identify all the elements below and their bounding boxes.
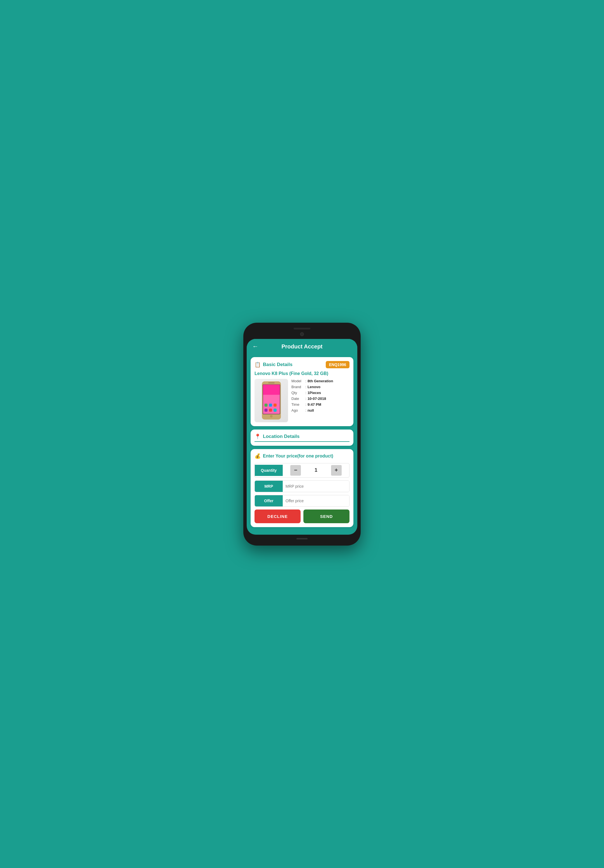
svg-point-11 xyxy=(270,415,272,417)
quantity-decrease-button[interactable]: − xyxy=(290,465,301,476)
svg-rect-6 xyxy=(273,403,277,407)
decline-button[interactable]: DECLINE xyxy=(255,510,301,523)
product-name: Lenovo K8 Plus (Fine Gold, 32 GB) xyxy=(255,371,349,376)
quantity-controls: − 1 + xyxy=(283,463,349,477)
phone-device: ← Product Accept 📋 Basic Details ENQ1996… xyxy=(243,323,361,546)
location-pin-icon: 📍 xyxy=(255,434,261,440)
send-button[interactable]: SEND xyxy=(303,510,349,523)
product-image xyxy=(255,379,288,422)
quantity-label: Quantity xyxy=(255,465,283,476)
detail-model: Model : 8th Generation xyxy=(291,379,349,383)
quantity-row: Quantity − 1 + xyxy=(255,463,349,477)
location-divider xyxy=(255,441,349,442)
detail-qty: Qty : 1Pieces xyxy=(291,391,349,395)
detail-brand: Brand : Lenovo xyxy=(291,385,349,389)
svg-rect-10 xyxy=(268,382,275,383)
quantity-display: 1 xyxy=(312,467,320,473)
mrp-input[interactable] xyxy=(283,481,349,492)
price-header: 💰 Enter Your price(for one product) xyxy=(255,453,349,459)
phone-bottom-bar xyxy=(297,538,307,539)
product-row: Model : 8th Generation Brand : Lenovo Qt… xyxy=(255,379,349,422)
coins-icon: 💰 xyxy=(255,453,261,459)
location-header: 📍 Location Details xyxy=(255,434,349,440)
phone-speaker xyxy=(294,328,310,329)
location-title: Location Details xyxy=(263,434,300,439)
offer-row: Offer xyxy=(255,495,349,507)
product-details: Model : 8th Generation Brand : Lenovo Qt… xyxy=(291,379,349,422)
quantity-increase-button[interactable]: + xyxy=(331,465,342,476)
detail-time: Time : 9:47 PM xyxy=(291,402,349,407)
card-header: 📋 Basic Details ENQ1996 xyxy=(255,361,349,368)
svg-rect-3 xyxy=(263,385,280,395)
enq-badge: ENQ1996 xyxy=(326,361,349,368)
detail-date: Date : 10-07-2018 xyxy=(291,397,349,401)
basic-details-title: 📋 Basic Details xyxy=(255,361,292,368)
svg-rect-7 xyxy=(264,409,267,412)
location-details-card: 📍 Location Details xyxy=(250,429,354,446)
phone-screen: ← Product Accept 📋 Basic Details ENQ1996… xyxy=(247,339,357,535)
svg-rect-5 xyxy=(269,403,272,407)
app-header: ← Product Accept xyxy=(247,339,357,354)
mrp-label: MRP xyxy=(255,481,283,492)
svg-rect-8 xyxy=(269,409,272,412)
svg-rect-4 xyxy=(264,403,267,407)
action-buttons: DECLINE SEND xyxy=(255,510,349,523)
detail-ago: Ago : null xyxy=(291,408,349,412)
mrp-row: MRP xyxy=(255,480,349,492)
document-icon: 📋 xyxy=(255,361,261,368)
page-title: Product Accept xyxy=(281,343,322,350)
phone-camera xyxy=(300,332,304,336)
main-content: 📋 Basic Details ENQ1996 Lenovo K8 Plus (… xyxy=(247,354,357,533)
back-button[interactable]: ← xyxy=(252,343,258,350)
basic-details-card: 📋 Basic Details ENQ1996 Lenovo K8 Plus (… xyxy=(250,357,354,426)
offer-input[interactable] xyxy=(283,495,349,507)
offer-label: Offer xyxy=(255,495,283,507)
price-section-title: Enter Your price(for one product) xyxy=(263,454,333,459)
price-card: 💰 Enter Your price(for one product) Quan… xyxy=(250,449,354,527)
svg-rect-9 xyxy=(273,409,277,412)
